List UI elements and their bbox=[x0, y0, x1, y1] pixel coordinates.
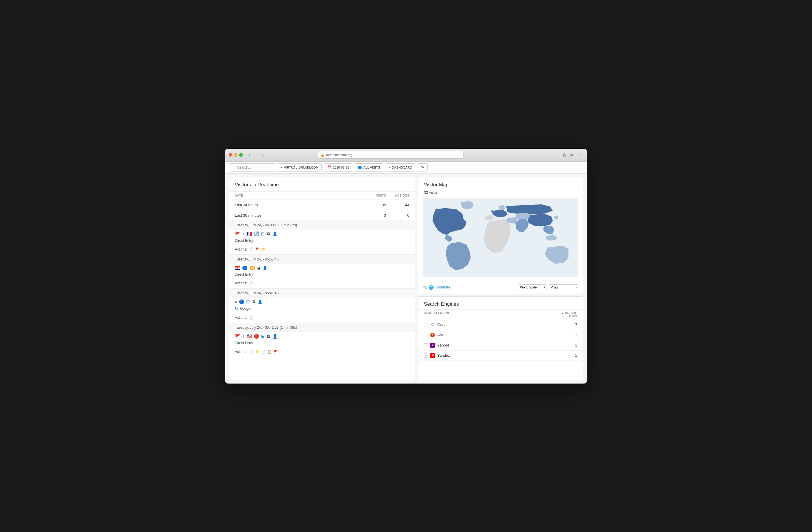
map-title: Visitor Map bbox=[418, 177, 583, 190]
visits-badge: 32 visits bbox=[423, 190, 578, 197]
new-tab-button[interactable]: ⧉ bbox=[569, 152, 575, 158]
summary-label-30m: Last 30 minutes bbox=[235, 213, 363, 218]
sort-icon: ▾ bbox=[562, 312, 564, 315]
close-button[interactable] bbox=[229, 153, 232, 157]
device-icon-4: 🖥 bbox=[266, 334, 271, 339]
ask-label: Ask bbox=[437, 333, 444, 337]
url-text: demo.matomo.org bbox=[327, 153, 352, 157]
back-button[interactable]: ‹ bbox=[247, 152, 252, 158]
view-label: DASHBOARD bbox=[392, 166, 412, 169]
action-page-icon: 📄 bbox=[249, 247, 253, 251]
region-select-wrap: World-Wide North America Europe Asia ⬍ bbox=[518, 284, 547, 290]
more-button[interactable]: ≫ bbox=[418, 163, 427, 172]
source-label-3: Google bbox=[240, 306, 251, 311]
user-icon-4: 👤 bbox=[272, 334, 277, 339]
country-flag-4: 🇺🇸 bbox=[246, 334, 252, 339]
globe-icon: 🌐 bbox=[429, 285, 434, 290]
table-header: DATE VISITS ACTIONS bbox=[229, 192, 415, 200]
segment-label: ALL VISITS bbox=[363, 166, 380, 169]
zoom-icon[interactable]: 🔍 bbox=[423, 285, 427, 289]
se-row-yahoo[interactable]: + Y Yahoo! 1 bbox=[418, 340, 583, 350]
date-selector-button[interactable]: 📅 2018-07-23 bbox=[324, 163, 352, 172]
traffic-lights bbox=[229, 153, 243, 157]
actions-row-1: Actions: 📄 🚩 📁 bbox=[229, 245, 415, 255]
countries-link[interactable]: Countries bbox=[435, 285, 450, 289]
actions-30m: 0 bbox=[386, 213, 409, 218]
share-button[interactable]: ⎙ bbox=[562, 152, 567, 158]
actions-row-2: Actions: 📄 bbox=[229, 279, 415, 288]
user-icon-2: 👤 bbox=[262, 266, 267, 270]
actions-label-4: Actions: bbox=[235, 350, 247, 354]
map-controls: World-Wide North America Europe Asia ⬍ V… bbox=[518, 284, 578, 290]
address-bar[interactable]: 🔒 demo.matomo.org bbox=[318, 151, 464, 159]
site-selector-button[interactable]: ▾ VIRTUAL-DRUMS.COM bbox=[278, 163, 322, 172]
action-page-icon-4e: 🚩 bbox=[274, 350, 278, 354]
se-title: Search Engines bbox=[418, 297, 583, 310]
visitor-icons-2: 🇭🇷 🔵 🔀 🖥 👤 bbox=[229, 264, 415, 272]
sidebar-button[interactable]: ⊡ bbox=[260, 152, 267, 158]
expand-ask[interactable]: + bbox=[424, 333, 428, 337]
forward-button[interactable]: › bbox=[254, 152, 258, 158]
calendar-icon: 📅 bbox=[327, 166, 331, 169]
se-col-engine: SEARCH ENGINE bbox=[424, 312, 554, 318]
se-row-google[interactable]: + G Google 7 bbox=[418, 320, 583, 330]
visitor-icons-1: 🚩 1 🇫🇷 🔄 ⊞ 🖥 👤 bbox=[229, 230, 415, 238]
yahoo-icon: Y bbox=[430, 343, 435, 348]
expand-yandex[interactable]: + bbox=[424, 354, 428, 358]
actions-label-2: Actions: bbox=[235, 281, 247, 285]
visitor-icons-4: 🚩 1 🇺🇸 🔴 ⊞ 🖥 👤 bbox=[229, 332, 415, 340]
visitor-entry-1: Tuesday, July 24, - 06:00:15 (1 min 37s)… bbox=[229, 221, 415, 255]
device-icon-1: 🖥 bbox=[266, 232, 271, 236]
device-icon-2: 🖥 bbox=[257, 266, 261, 270]
visitors-table: DATE VISITS ACTIONS Last 24 hours 35 44 … bbox=[229, 192, 415, 357]
main-content: Visitors in Real-time DATE VISITS ACTION… bbox=[225, 174, 587, 384]
minimize-button[interactable] bbox=[234, 153, 237, 157]
region-select[interactable]: World-Wide North America Europe Asia bbox=[518, 284, 547, 290]
maximize-button[interactable] bbox=[239, 153, 243, 157]
ask-count: 1 bbox=[554, 333, 577, 337]
yahoo-label: Yahoo! bbox=[437, 343, 449, 347]
visitor-source-1: Direct Entry bbox=[229, 238, 415, 245]
se-row-ask[interactable]: + A Ask 1 bbox=[418, 330, 583, 340]
visits-30m: 0 bbox=[363, 213, 386, 218]
action-page-icon-2: 📄 bbox=[249, 281, 253, 285]
users-icon: 👥 bbox=[358, 166, 362, 169]
country-flag-1: 🇫🇷 bbox=[246, 231, 252, 236]
visits-24h: 35 bbox=[363, 203, 386, 207]
search-input[interactable] bbox=[229, 163, 275, 172]
metric-select[interactable]: Visits Unique Visitors Actions bbox=[549, 284, 578, 290]
expand-yahoo[interactable]: + bbox=[424, 343, 428, 347]
yandex-count: 1 bbox=[554, 353, 577, 358]
action-page-icon-4a: 📄 bbox=[249, 350, 253, 354]
se-name-yandex: + Я Yandex bbox=[424, 353, 554, 358]
view-button[interactable]: ▾ DASHBOARD bbox=[386, 163, 415, 172]
tab-actions: ⎙ ⧉ ＋ bbox=[562, 152, 583, 158]
flag-icon: 🚩 bbox=[235, 231, 241, 237]
browser-icon-1: 🔄 bbox=[254, 231, 259, 236]
user-icon-3: 👤 bbox=[258, 300, 262, 304]
date-label: 2018-07-23 bbox=[333, 166, 349, 169]
visitor-timestamp-3: Tuesday, July 24, - 05:41:43 bbox=[229, 289, 415, 298]
view-arrow-icon: ▾ bbox=[389, 166, 390, 169]
segment-button[interactable]: 👥 ALL VISITS bbox=[355, 163, 383, 172]
summary-label-24h: Last 24 hours bbox=[235, 203, 363, 207]
metric-select-wrap: Visits Unique Visitors Actions ⬍ bbox=[549, 284, 578, 290]
map-container: 32 visits bbox=[418, 190, 583, 282]
se-row-yandex[interactable]: + Я Yandex 1 bbox=[418, 350, 583, 361]
action-page-icon-4d: 📋 bbox=[267, 350, 272, 354]
security-icon: 🔒 bbox=[321, 153, 324, 157]
visitor-entry-3: Tuesday, July 24, - 05:41:43 ● 🔵 ⊞ 🖥 👤 G… bbox=[229, 289, 415, 323]
add-tab-button[interactable]: ＋ bbox=[576, 152, 583, 158]
visitor-count-1: 1 bbox=[242, 232, 244, 236]
device-icon-3: 🖥 bbox=[252, 300, 256, 304]
visitor-entry-2: Tuesday, July 24, - 05:51:45 🇭🇷 🔵 🔀 🖥 👤 … bbox=[229, 255, 415, 289]
flag-icon-4: 🚩 bbox=[235, 334, 241, 339]
visitor-icons-3: ● 🔵 ⊞ 🖥 👤 bbox=[229, 298, 415, 306]
yandex-icon: Я bbox=[430, 353, 435, 358]
site-arrow-icon: ▾ bbox=[281, 166, 282, 169]
expand-google[interactable]: + bbox=[424, 323, 428, 327]
se-name-yahoo: + Y Yahoo! bbox=[424, 343, 554, 348]
visitors-title: Visitors in Real-time bbox=[229, 177, 415, 192]
toolbar: 🔍 ▾ VIRTUAL-DRUMS.COM 📅 2018-07-23 👥 ALL… bbox=[225, 162, 587, 174]
title-bar: ‹ › ⊡ 🔒 demo.matomo.org ⎙ ⧉ ＋ bbox=[225, 149, 587, 162]
